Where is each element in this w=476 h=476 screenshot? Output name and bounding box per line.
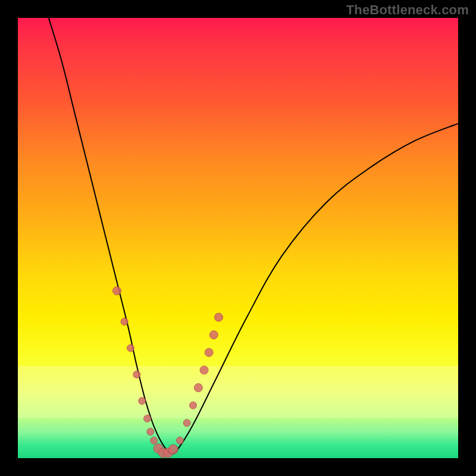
marker-point [200, 366, 208, 374]
marker-point [214, 313, 223, 321]
bottleneck-curve [49, 18, 458, 454]
chart-stage: TheBottleneck.com [0, 0, 476, 476]
marker-point [121, 318, 128, 325]
marker-point [194, 384, 202, 392]
marker-point [209, 331, 218, 339]
chart-svg [18, 18, 458, 458]
marker-point [139, 397, 146, 405]
marker-point [151, 437, 158, 444]
marker-point [168, 444, 178, 454]
watermark-text: TheBottleneck.com [346, 2, 469, 18]
marker-point [176, 437, 183, 444]
marker-group [113, 287, 223, 458]
plot-area [18, 18, 458, 458]
marker-point [205, 348, 213, 356]
marker-point [144, 415, 151, 422]
marker-point [183, 419, 190, 427]
marker-point [113, 287, 121, 295]
marker-point [147, 428, 154, 436]
marker-point [190, 402, 197, 409]
marker-point [133, 371, 140, 378]
marker-point [127, 345, 134, 352]
